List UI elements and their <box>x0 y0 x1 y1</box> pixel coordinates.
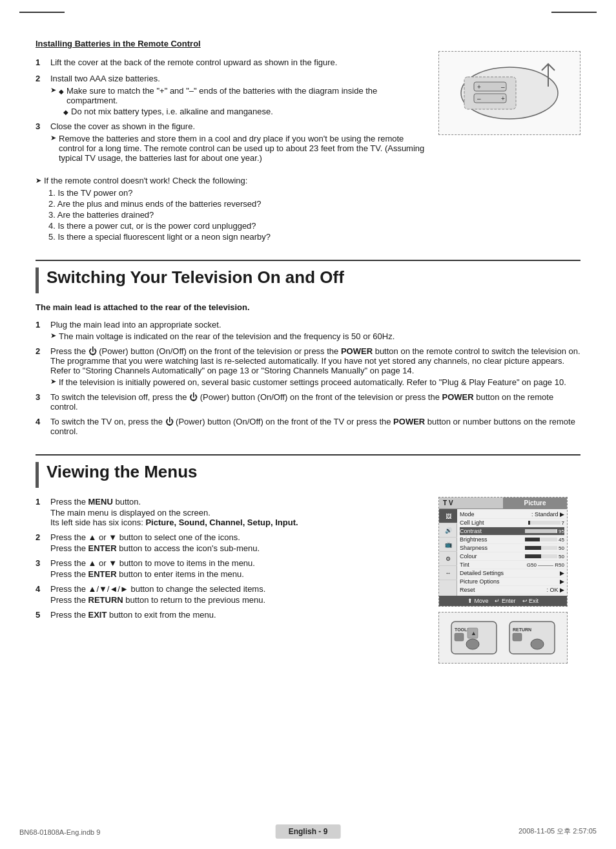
tv-menu-footer: ⬆ Move ↵ Enter ↩ Exit <box>439 596 567 606</box>
tv-bar-cell-bg <box>528 521 560 525</box>
sw-step-3-content: To switch the television off, press the … <box>50 392 580 412</box>
viewing-bar-layout: Viewing the Menus <box>36 462 580 488</box>
vw-step-1-sub: The main menu is displayed on the screen… <box>50 508 298 527</box>
section-installing: Installing Batteries in the Remote Contr… <box>36 39 580 242</box>
arrow-sw2: ➤ <box>50 377 56 387</box>
vw-step-2-text: Press the ▲ or ▼ button to select one of… <box>50 532 260 542</box>
t-item-3: 3. Are the batteries drained? <box>48 210 580 220</box>
vw-step-4-num: 4 <box>36 584 47 594</box>
vw-step-5: 5 Press the EXIT button to exit from the… <box>36 610 426 620</box>
t-item-1: 1. Is the TV power on? <box>48 188 580 198</box>
english-badge: English - 9 <box>276 824 341 839</box>
tv-row-sharpness: Sharpness 50 <box>460 544 564 552</box>
troubleshoot-list: 1. Is the TV power on? 2. Are the plus a… <box>48 188 580 242</box>
vw-step-2: 2 Press the ▲ or ▼ button to select one … <box>36 532 426 553</box>
viewing-title: Viewing the Menus <box>46 462 198 482</box>
tv-row-colour: Colour 50 <box>460 552 564 561</box>
tv-menu-content: Mode : Standard ▶ Cell Light 7 <box>457 509 567 596</box>
sw-step-1-num: 1 <box>36 320 47 330</box>
sw-step-1: 1 Plug the main lead into an appropriate… <box>36 320 580 341</box>
section-viewing: Viewing the Menus 1 Press the MENU butto… <box>36 454 580 664</box>
step-3-num: 3 <box>36 121 47 131</box>
sw-step-2-text: Press the ⏻ (Power) button (On/Off) on t… <box>50 346 580 375</box>
battery-diagram: + – – + <box>438 51 580 135</box>
footer-exit: ↩ Exit <box>522 598 539 604</box>
tv-bar-contrast: 95 <box>525 529 564 534</box>
remote-bottom-box: TOOLS ▲ RETURN <box>438 612 568 664</box>
step-2-num: 2 <box>36 74 47 83</box>
viewing-title-wrap: Viewing the Menus <box>46 462 198 486</box>
step-2: 2 Install two AAA size batteries. ➤ ◆ Ma… <box>36 74 426 119</box>
vw-step-3-num: 3 <box>36 558 47 568</box>
installing-content: 1 Lift the cover at the back of the remo… <box>36 58 580 168</box>
tv-row-brightness: Brightness 45 <box>460 536 564 544</box>
tv-label-colour: Colour <box>460 553 477 560</box>
sw-step-3-num: 3 <box>36 392 47 402</box>
t-item-5: 5. Is there a special fluorescent light … <box>48 232 580 242</box>
tv-menu-box: T V Picture 🖼 🔊 📺 ⚙ ↔ <box>438 497 568 607</box>
footer-enter: ↵ Enter <box>495 598 515 604</box>
arrow-icon-3: ➤ <box>50 134 56 163</box>
t-item-4: 4. Is there a power cut, or is the power… <box>48 221 580 231</box>
tv-label-sharpness: Sharpness <box>460 545 488 551</box>
tv-arrow-picture: ▶ <box>560 578 564 585</box>
tv-label-brightness: Brightness <box>460 536 488 543</box>
sw-step-2: 2 Press the ⏻ (Power) button (On/Off) on… <box>36 346 580 387</box>
top-border-right <box>551 12 597 13</box>
troubleshoot: ➤ If the remote control doesn't work! Ch… <box>36 176 580 242</box>
sw-step-2-sub-text: If the television is initially powered o… <box>59 377 566 387</box>
tv-icon-input: ↔ <box>439 566 457 580</box>
step-1-num: 1 <box>36 58 47 67</box>
tv-icon-picture: 🖼 <box>439 509 457 523</box>
svg-rect-11 <box>455 633 464 641</box>
section-switching: Switching Your Television On and Off The… <box>36 260 580 436</box>
tv-bar-cell: 7 <box>528 520 564 526</box>
tv-row-mode: Mode : Standard ▶ <box>460 510 564 519</box>
vw-step-3-content: Press the ▲ or ▼ button to move to items… <box>50 558 255 579</box>
troubleshoot-intro: If the remote control doesn't work! Chec… <box>44 176 247 185</box>
tv-val-contrast: 95 <box>559 529 564 534</box>
svg-point-18 <box>531 639 544 649</box>
step-2-sub-1: Make sure to match the "+" and "–" ends … <box>67 86 426 105</box>
footer-move: ⬆ Move <box>467 598 489 604</box>
arrow-sw1: ➤ <box>50 331 56 341</box>
svg-text:–: – <box>501 83 505 90</box>
footer-center: English - 9 <box>276 826 341 836</box>
vw-step-1: 1 Press the MENU button. The main menu i… <box>36 497 426 527</box>
svg-rect-17 <box>513 633 522 641</box>
tv-menu-header: T V Picture <box>439 498 567 509</box>
arrow-icon-1: ➤ <box>50 86 56 105</box>
sw-step-2-sub: ➤ If the television is initially powered… <box>50 377 580 387</box>
svg-text:▲: ▲ <box>471 630 477 636</box>
tv-value-mode: : Standard ▶ <box>531 511 564 518</box>
t-item-2: 2. Are the plus and minus ends of the ba… <box>48 199 580 209</box>
sw-step-4-num: 4 <box>36 417 47 426</box>
vw-step-4-content: Press the ▲/▼/◄/► button to change the s… <box>50 584 265 605</box>
step-3-text: Close the cover as shown in the figure. <box>50 121 426 131</box>
switching-body: The main lead is attached to the rear of… <box>36 302 580 436</box>
vw-step-5-num: 5 <box>36 610 47 620</box>
sw-step-2-num: 2 <box>36 346 47 356</box>
vw-step-4-sub: Press the RETURN button to return to the… <box>50 595 265 605</box>
sw-step-4: 4 To switch the TV on, press the ⏻ (Powe… <box>36 417 580 436</box>
tv-menu-sidebar: 🖼 🔊 📺 ⚙ ↔ Mode : Standard ▶ <box>439 509 567 596</box>
tv-bar-colour-bg <box>525 554 557 558</box>
vw-step-1-content: Press the MENU button. The main menu is … <box>50 497 298 527</box>
tv-row-detailed: Detailed Settings ▶ <box>460 569 564 578</box>
tv-bar-sharpness-fill <box>525 546 541 550</box>
tv-bar-sharpness-bg <box>525 546 557 550</box>
tv-label-mode: Mode <box>460 511 475 518</box>
tv-bar-cell-fill <box>528 521 531 525</box>
diamond-2: ◆ <box>63 107 68 118</box>
vw-step-1-text: Press the MENU button. <box>50 497 298 507</box>
viewing-image: T V Picture 🖼 🔊 📺 ⚙ ↔ <box>438 497 580 664</box>
tv-val-tint: G50 ——— R50 <box>527 562 564 568</box>
diamond-1: ◆ <box>59 86 64 105</box>
sw-step-1-content: Plug the main lead into an appropriate s… <box>50 320 395 341</box>
vw-step-4-text: Press the ▲/▼/◄/► button to change the s… <box>50 584 265 594</box>
switching-vertical-bar <box>36 267 39 293</box>
tv-label-reset: Reset <box>460 587 475 593</box>
tv-bar-brightness: 45 <box>525 537 564 543</box>
vw-step-2-sub: Press the ENTER button to access the ico… <box>50 543 260 553</box>
tv-bar-colour: 50 <box>525 554 564 560</box>
